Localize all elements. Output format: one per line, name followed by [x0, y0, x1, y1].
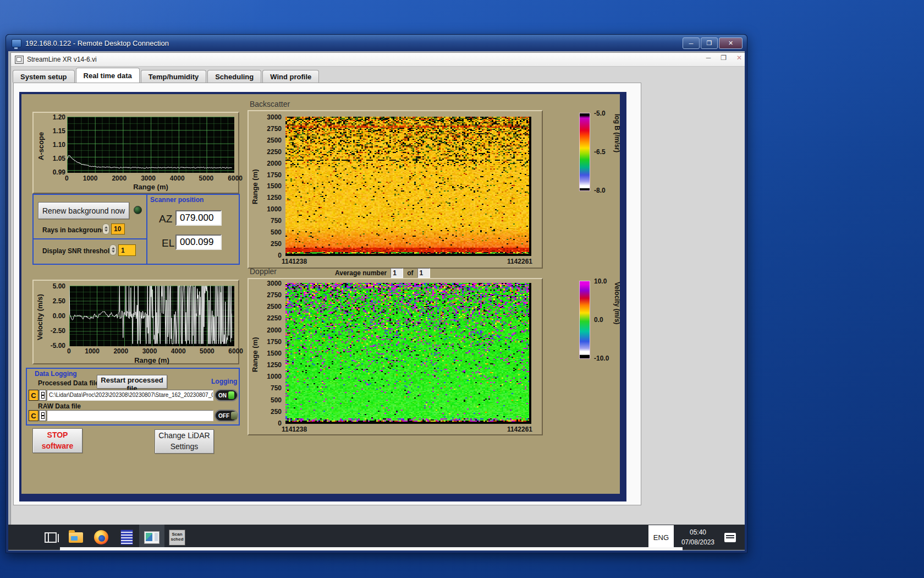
- task-view-button[interactable]: [38, 525, 63, 550]
- velocity-graph: Velocity (m/s) 5.002.500.00-2.50-5.00 01…: [32, 280, 239, 364]
- backscatter-heatmap: [285, 117, 531, 256]
- doppler-y-ticks-item: 750: [271, 384, 282, 392]
- tab-temp-humidity[interactable]: Temp/humidity: [141, 70, 206, 83]
- restart-processed-file-button[interactable]: Restart processed file: [97, 375, 167, 389]
- rdp-window: 192.168.0.122 - Remote Desktop Connectio…: [6, 34, 747, 553]
- backscatter-colorbar-ticks-item: -6.5: [594, 148, 606, 156]
- settings-line1: Change LiDAR: [158, 431, 210, 440]
- doppler-colorbar-ticks-item: 10.0: [594, 277, 607, 285]
- ascope-x-ticks-item: 0: [65, 175, 69, 182]
- processed-path-field[interactable]: C:\Lidar\Data\Proc\2023\202308\20230807\…: [47, 390, 213, 401]
- velocity-x-ticks-item: 4000: [171, 347, 186, 355]
- velocity-x-ticks-item: 0: [67, 347, 71, 355]
- restore-icon[interactable]: ❐: [721, 54, 727, 62]
- desktop: 192.168.0.122 - Remote Desktop Connectio…: [0, 0, 924, 578]
- backscatter-y-ticks-item: 2500: [267, 137, 282, 144]
- raw-logging-toggle[interactable]: OFF: [215, 410, 238, 422]
- processed-drive-box[interactable]: C: [29, 390, 38, 401]
- ascope-x-ticks: 0100020003000400050006000: [65, 175, 243, 182]
- tab-real-time-data[interactable]: Real time data: [76, 68, 140, 83]
- backscatter-y-ticks-item: 750: [271, 217, 282, 225]
- average-total-field[interactable]: 1: [417, 268, 430, 278]
- task-view-icon: [45, 532, 57, 543]
- average-number-row: Average number 1 of 1: [335, 268, 430, 278]
- clock-date: 07/08/2023: [681, 537, 714, 547]
- action-center-icon[interactable]: [724, 533, 736, 542]
- doppler-y-ticks-item: 2750: [267, 291, 282, 299]
- backscatter-y-ticks-item: 2000: [267, 160, 282, 167]
- scan-scheduler-button[interactable]: Scan sched: [164, 525, 190, 550]
- backscatter-y-ticks-item: 1500: [267, 182, 282, 190]
- minimize-icon[interactable]: ─: [683, 37, 700, 49]
- doppler-heatmap: [285, 283, 531, 424]
- processed-logging-toggle[interactable]: ON: [215, 389, 238, 401]
- minimize-icon[interactable]: ─: [706, 54, 711, 62]
- backscatter-y-ticks-item: 1250: [267, 194, 282, 201]
- snr-stepper[interactable]: [109, 244, 117, 255]
- tab-system-setup[interactable]: System setup: [13, 70, 75, 83]
- app-window-controls: ─ ❐ ✕: [706, 54, 742, 62]
- ascope-y-ticks: 1.201.151.101.050.99: [45, 113, 65, 176]
- taskbar-tray: ENG 05:40 07/08/2023: [648, 525, 745, 550]
- velocity-y-ticks: 5.002.500.00-2.50-5.00: [43, 282, 65, 350]
- velocity-x-ticks-item: 3000: [142, 347, 157, 355]
- close-icon[interactable]: ✕: [736, 54, 742, 62]
- backscatter-y-ticks-item: 0: [278, 252, 282, 259]
- streamline-taskbar-button[interactable]: [139, 525, 164, 550]
- velocity-y-ticks-item: -5.00: [51, 342, 65, 350]
- raw-drive-box[interactable]: C: [29, 410, 38, 421]
- tab-wind-profile[interactable]: Wind profile: [262, 70, 319, 83]
- ascope-plot-area: [67, 117, 234, 173]
- language-indicator[interactable]: ENG: [648, 525, 674, 549]
- doppler-y-ticks-item: 500: [271, 396, 282, 404]
- document-app-button[interactable]: [114, 525, 139, 550]
- firefox-button[interactable]: [89, 525, 114, 550]
- snr-value-field[interactable]: 1: [118, 244, 136, 256]
- doppler-y-ticks-item: 3000: [267, 280, 282, 287]
- velocity-y-ticks-item: -2.50: [51, 327, 65, 335]
- maximize-icon[interactable]: ❐: [701, 37, 718, 49]
- app-titlebar[interactable]: StreamLine XR v14-6.vi ─ ❐ ✕: [11, 53, 745, 67]
- rays-in-background-label: Rays in background: [42, 226, 106, 234]
- ascope-y-ticks-item: 1.10: [53, 141, 65, 149]
- backscatter-y-ticks-item: 3000: [267, 113, 282, 121]
- taskbar: Scan sched ENG 05:40 07/08/2023: [8, 525, 745, 550]
- close-icon[interactable]: ✕: [719, 37, 743, 49]
- doppler-y-ticks-item: 2000: [267, 326, 282, 334]
- average-number-field[interactable]: 1: [391, 268, 403, 278]
- velocity-y-ticks-item: 0.00: [53, 312, 65, 320]
- taskbar-clock[interactable]: 05:40 07/08/2023: [674, 527, 722, 547]
- scan-icon-text: sched: [170, 537, 183, 542]
- backscatter-x-end: 1142261: [507, 258, 532, 265]
- raw-browse-icon[interactable]: [39, 410, 46, 421]
- file-explorer-button[interactable]: [63, 525, 89, 550]
- rays-value-field[interactable]: 10: [111, 223, 125, 235]
- doppler-graph: Range (m) 300027502500225020001750150012…: [248, 278, 543, 435]
- ascope-y-ticks-item: 1.15: [53, 127, 65, 135]
- ascope-y-ticks-item: 0.99: [53, 168, 65, 176]
- snr-threshold-box: Display SNR threshold 1: [32, 238, 147, 265]
- settings-line2: Settings: [170, 442, 199, 451]
- ascope-x-ticks-item: 2000: [112, 175, 127, 182]
- stop-software-button[interactable]: STOP software: [32, 428, 82, 453]
- processed-browse-icon[interactable]: [39, 390, 46, 401]
- on-label: ON: [218, 392, 227, 399]
- raw-path-field[interactable]: [47, 410, 213, 421]
- renew-background-button[interactable]: Renew background now: [38, 202, 129, 219]
- ascope-y-ticks-item: 1.05: [53, 155, 65, 162]
- rdp-titlebar[interactable]: 192.168.0.122 - Remote Desktop Connectio…: [6, 35, 747, 51]
- backscatter-colorbar-label: log B (/m/sr): [613, 114, 621, 190]
- tab-scheduling[interactable]: Scheduling: [207, 70, 261, 83]
- raw-file-label: RAW Data file: [38, 402, 81, 410]
- backscatter-x-start: 1141238: [282, 258, 307, 265]
- elevation-field[interactable]: 000.099: [175, 235, 222, 250]
- doppler-y-ticks-item: 2250: [267, 314, 282, 322]
- backscatter-color-scale: [579, 113, 590, 191]
- azimuth-field[interactable]: 079.000: [175, 210, 222, 226]
- backscatter-y-ticks-item: 1750: [267, 171, 282, 179]
- rays-stepper[interactable]: [102, 223, 109, 235]
- doppler-title: Doppler: [250, 267, 277, 276]
- change-lidar-settings-button[interactable]: Change LiDAR Settings: [155, 429, 214, 454]
- velocity-x-ticks-item: 1000: [85, 347, 100, 355]
- labview-app-icon: [144, 531, 160, 544]
